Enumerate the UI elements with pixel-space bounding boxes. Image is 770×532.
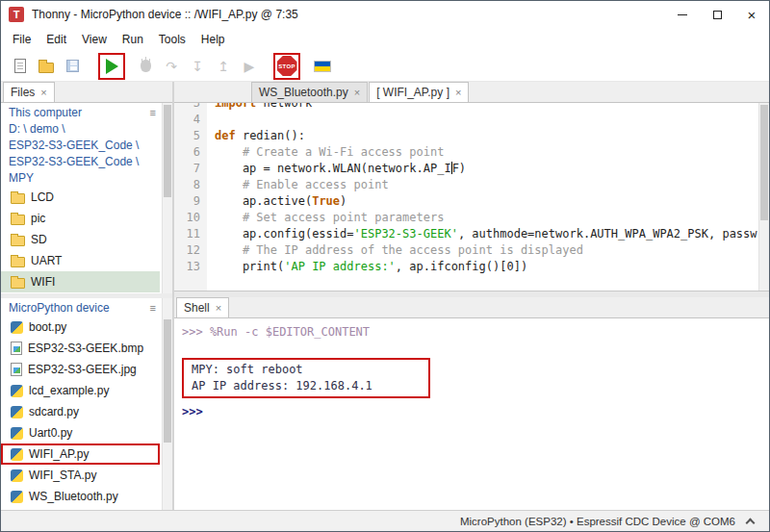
folder-sd[interactable]: SD (1, 229, 160, 250)
folder-pic[interactable]: pic (1, 208, 160, 229)
file-esp32-s3-geek-bmp[interactable]: ESP32-S3-GEEK.bmp (1, 338, 160, 359)
code-line-8: 8 # Enable access point (174, 177, 769, 193)
file-boot-py[interactable]: boot.py (1, 317, 160, 338)
this-computer-header[interactable]: This computer (9, 106, 82, 120)
file-label: ESP32-S3-GEEK.jpg (28, 363, 137, 376)
computer-scrollbar[interactable] (162, 103, 172, 293)
folder-icon (11, 193, 25, 204)
editor-scrollbar[interactable] (758, 103, 769, 291)
code-text: # Set access point parameters (207, 210, 444, 226)
this-computer-section: This computer ≡ D: \ demo \ESP32-S3-GEEK… (1, 103, 172, 293)
py-file-icon (11, 321, 23, 334)
editor-tab-bar: WS_Bluetooth.py×[ WIFI_AP.py ]× (174, 82, 769, 103)
toolbar: ↷↧↥▶STOP (1, 51, 769, 82)
device-header[interactable]: MicroPython device (9, 301, 110, 316)
tab-wifi-ap-py[interactable]: [ WIFI_AP.py ]× (369, 82, 469, 102)
step-into-icon: ↧ (192, 60, 203, 73)
line-number: 12 (174, 242, 207, 259)
step-into-button: ↧ (186, 55, 209, 78)
shell-tab-bar: Shell × (174, 297, 769, 318)
py-file-icon (11, 491, 23, 503)
close-icon[interactable]: × (354, 87, 360, 98)
code-text: # Enable access point (207, 177, 389, 193)
folder-label: WIFI (31, 275, 55, 289)
step-out-button: ↥ (212, 55, 235, 78)
run-icon (106, 59, 118, 74)
tab-files-label: Files (11, 86, 35, 99)
files-panel: Files × This computer ≡ D: \ demo \ESP32… (1, 82, 172, 510)
editor-shell-column: WS_Bluetooth.py×[ WIFI_AP.py ]× 3import … (174, 82, 769, 510)
shell-panel[interactable]: >>> %Run -c $EDITOR_CONTENT MPY: soft re… (174, 318, 769, 510)
panel-menu-icon[interactable]: ≡ (148, 301, 158, 316)
folder-lcd[interactable]: LCD (1, 187, 160, 208)
close-icon[interactable]: × (40, 87, 46, 98)
file-label: lcd_example.py (29, 384, 109, 397)
py-file-icon (11, 427, 23, 440)
menu-edit[interactable]: Edit (38, 30, 74, 49)
tab-files[interactable]: Files × (3, 82, 55, 102)
minimize-button[interactable] (665, 1, 700, 28)
stop-restart-backend-button[interactable]: STOP (275, 55, 298, 78)
code-area: 3import network45def redian():6 # Create… (174, 103, 769, 275)
file-lcd-example-py[interactable]: lcd_example.py (1, 380, 160, 401)
path-segment[interactable]: ESP32-S3-GEEK_Code \ (1, 138, 172, 154)
menu-run[interactable]: Run (115, 30, 151, 49)
menu-tools[interactable]: Tools (151, 30, 193, 49)
folder-uart[interactable]: UART (1, 250, 160, 271)
tab-ws-bluetooth-py[interactable]: WS_Bluetooth.py× (251, 82, 368, 102)
file-sdcard-py[interactable]: sdcard.py (1, 401, 160, 422)
file-ws-bluetooth-py[interactable]: WS_Bluetooth.py (1, 486, 160, 507)
file-wifi-sta-py[interactable]: WIFI_STA.py (1, 465, 160, 486)
maximize-button[interactable] (700, 1, 734, 28)
file-label: boot.py (29, 320, 66, 334)
line-number: 3 (174, 103, 207, 112)
code-line-13: 13 print('AP IP address:', ap.ifconfig()… (174, 259, 769, 275)
folder-wifi[interactable]: WIFI (1, 271, 160, 292)
menu-file[interactable]: File (5, 30, 38, 49)
code-text: # The IP address of the access point is … (207, 242, 583, 259)
save-icon (66, 60, 79, 72)
path-segment[interactable]: D: \ demo \ (1, 121, 172, 138)
file-esp32-s3-geek-jpg[interactable]: ESP32-S3-GEEK.jpg (1, 359, 160, 380)
tab-label: [ WIFI_AP.py ] (376, 86, 449, 99)
window-title: Thonny - MicroPython device :: /WIFI_AP.… (32, 8, 657, 21)
support-ukraine-button[interactable] (311, 55, 334, 78)
device-scrollbar[interactable] (162, 298, 172, 510)
scrollbar-thumb[interactable] (760, 105, 768, 220)
code-line-5: 5def redian(): (174, 128, 769, 144)
device-file-list: boot.pyESP32-S3-GEEK.bmpESP32-S3-GEEK.jp… (1, 317, 172, 507)
new-file-button[interactable] (9, 55, 32, 78)
chevron-up-icon[interactable] (746, 518, 756, 527)
scrollbar-thumb[interactable] (164, 105, 171, 197)
tab-label: WS_Bluetooth.py (259, 86, 348, 99)
code-line-4: 4 (174, 112, 769, 128)
close-icon[interactable]: × (455, 87, 461, 98)
annotation-rectangle (98, 53, 125, 80)
folder-icon (11, 236, 25, 246)
backend-status[interactable]: MicroPython (ESP32) • Espressif CDC Devi… (460, 516, 735, 527)
file-uart0-py[interactable]: Uart0.py (1, 422, 160, 443)
menu-view[interactable]: View (74, 30, 115, 49)
save-file-button[interactable] (61, 55, 84, 78)
code-text: ap.config(essid='ESP32-S3-GEEK', authmod… (207, 226, 757, 242)
code-line-10: 10 # Set access point parameters (174, 210, 769, 226)
menu-help[interactable]: Help (193, 30, 233, 49)
debug-icon (141, 60, 151, 72)
panel-menu-icon[interactable]: ≡ (148, 106, 158, 120)
file-wifi-ap-py[interactable]: WIFI_AP.py (1, 443, 160, 465)
path-lines: D: \ demo \ESP32-S3-GEEK_Code \ESP32-S3-… (1, 121, 172, 187)
code-editor[interactable]: 3import network45def redian():6 # Create… (174, 103, 769, 291)
scrollbar-thumb[interactable] (164, 319, 171, 443)
close-button[interactable]: × (734, 1, 769, 28)
device-section: MicroPython device ≡ boot.pyESP32-S3-GEE… (1, 298, 172, 510)
close-icon[interactable]: × (216, 302, 221, 314)
files-tab-bar: Files × (1, 82, 172, 103)
tab-shell[interactable]: Shell × (176, 297, 229, 317)
line-number: 7 (174, 161, 207, 177)
open-file-button[interactable] (35, 55, 58, 78)
folder-icon (11, 257, 25, 267)
path-segment[interactable]: ESP32-S3-GEEK_Code \ (1, 154, 172, 170)
run-current-script-button[interactable] (100, 55, 123, 78)
shell-output-line: MPY: soft reboot (192, 362, 372, 378)
path-segment[interactable]: MPY (1, 170, 172, 187)
